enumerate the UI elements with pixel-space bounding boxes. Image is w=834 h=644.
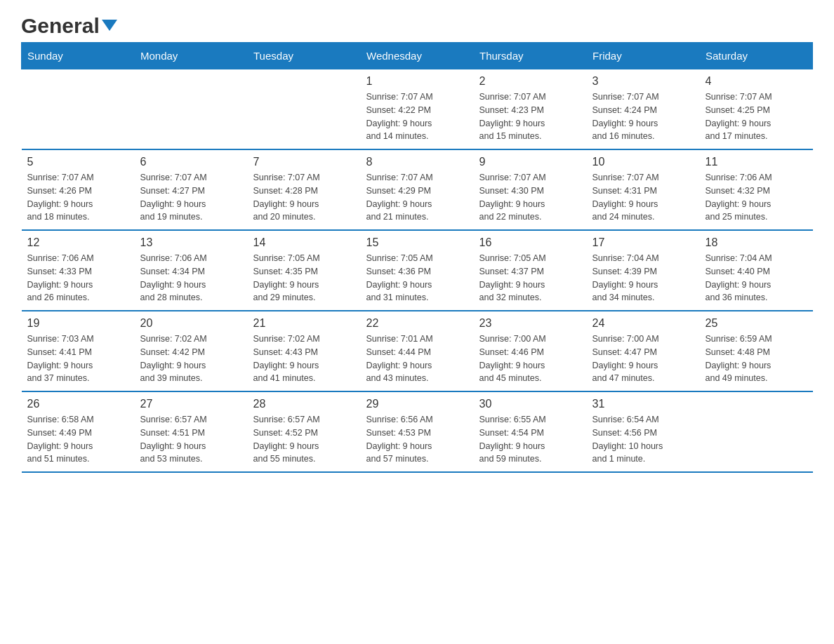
day-number: 10 (593, 156, 694, 168)
day-info: Sunrise: 7:07 AMSunset: 4:22 PMDaylight:… (366, 90, 468, 143)
day-info: Sunrise: 7:07 AMSunset: 4:23 PMDaylight:… (479, 90, 581, 143)
day-number: 11 (706, 156, 807, 168)
calendar-cell: 1Sunrise: 7:07 AMSunset: 4:22 PMDaylight… (361, 69, 474, 150)
day-info: Sunrise: 7:07 AMSunset: 4:28 PMDaylight:… (253, 171, 355, 224)
day-number: 9 (479, 156, 581, 168)
calendar-cell: 5Sunrise: 7:07 AMSunset: 4:26 PMDaylight… (22, 149, 135, 230)
day-info: Sunrise: 6:57 AMSunset: 4:52 PMDaylight:… (253, 413, 355, 466)
day-info: Sunrise: 7:06 AMSunset: 4:33 PMDaylight:… (27, 252, 129, 304)
calendar-header: SundayMondayTuesdayWednesdayThursdayFrid… (22, 43, 813, 69)
day-number: 8 (366, 156, 468, 168)
calendar-cell: 11Sunrise: 7:06 AMSunset: 4:32 PMDayligh… (700, 149, 813, 230)
day-info: Sunrise: 7:02 AMSunset: 4:42 PMDaylight:… (140, 333, 242, 385)
logo-general-text: General (21, 14, 100, 38)
logo-line1: General (21, 14, 117, 38)
day-number: 1 (366, 75, 468, 88)
calendar-week-4: 19Sunrise: 7:03 AMSunset: 4:41 PMDayligh… (22, 311, 813, 391)
day-number: 16 (479, 236, 581, 249)
day-header-row: SundayMondayTuesdayWednesdayThursdayFrid… (22, 43, 813, 69)
day-number: 31 (593, 398, 694, 410)
calendar-cell (700, 391, 813, 472)
calendar-cell: 27Sunrise: 6:57 AMSunset: 4:51 PMDayligh… (135, 391, 248, 472)
day-info: Sunrise: 7:04 AMSunset: 4:40 PMDaylight:… (706, 252, 807, 304)
calendar-cell: 16Sunrise: 7:05 AMSunset: 4:37 PMDayligh… (474, 230, 587, 311)
day-info: Sunrise: 6:54 AMSunset: 4:56 PMDaylight:… (593, 413, 694, 466)
day-info: Sunrise: 6:56 AMSunset: 4:53 PMDaylight:… (366, 413, 468, 466)
calendar-cell: 8Sunrise: 7:07 AMSunset: 4:29 PMDaylight… (361, 149, 474, 230)
day-number: 18 (706, 236, 807, 249)
day-info: Sunrise: 6:55 AMSunset: 4:54 PMDaylight:… (479, 413, 581, 466)
calendar-week-2: 5Sunrise: 7:07 AMSunset: 4:26 PMDaylight… (22, 149, 813, 230)
day-info: Sunrise: 6:59 AMSunset: 4:48 PMDaylight:… (706, 333, 807, 385)
day-number: 5 (27, 156, 129, 168)
day-number: 27 (140, 398, 242, 410)
day-number: 15 (366, 236, 468, 249)
day-info: Sunrise: 7:06 AMSunset: 4:34 PMDaylight:… (140, 252, 242, 304)
calendar-cell: 26Sunrise: 6:58 AMSunset: 4:49 PMDayligh… (22, 391, 135, 472)
day-number: 6 (140, 156, 242, 168)
day-info: Sunrise: 7:07 AMSunset: 4:27 PMDaylight:… (140, 171, 242, 224)
day-info: Sunrise: 7:07 AMSunset: 4:30 PMDaylight:… (479, 171, 581, 224)
day-header-thursday: Thursday (474, 43, 587, 69)
calendar-cell: 21Sunrise: 7:02 AMSunset: 4:43 PMDayligh… (248, 311, 361, 391)
calendar-cell: 22Sunrise: 7:01 AMSunset: 4:44 PMDayligh… (361, 311, 474, 391)
day-number: 12 (27, 236, 129, 249)
calendar-cell: 4Sunrise: 7:07 AMSunset: 4:25 PMDaylight… (700, 69, 813, 150)
logo-triangle-icon (102, 20, 117, 31)
day-number: 14 (253, 236, 355, 249)
calendar-cell: 18Sunrise: 7:04 AMSunset: 4:40 PMDayligh… (700, 230, 813, 311)
logo: General (21, 14, 117, 35)
day-info: Sunrise: 7:07 AMSunset: 4:29 PMDaylight:… (366, 171, 468, 224)
calendar-cell: 17Sunrise: 7:04 AMSunset: 4:39 PMDayligh… (587, 230, 700, 311)
calendar-cell: 20Sunrise: 7:02 AMSunset: 4:42 PMDayligh… (135, 311, 248, 391)
calendar-cell: 3Sunrise: 7:07 AMSunset: 4:24 PMDaylight… (587, 69, 700, 150)
day-info: Sunrise: 7:05 AMSunset: 4:35 PMDaylight:… (253, 252, 355, 304)
day-info: Sunrise: 7:04 AMSunset: 4:39 PMDaylight:… (593, 252, 694, 304)
day-number: 19 (27, 317, 129, 330)
day-number: 24 (593, 317, 694, 330)
page-header: General (21, 14, 813, 35)
calendar-cell: 24Sunrise: 7:00 AMSunset: 4:47 PMDayligh… (587, 311, 700, 391)
day-number: 30 (479, 398, 581, 410)
calendar-cell: 29Sunrise: 6:56 AMSunset: 4:53 PMDayligh… (361, 391, 474, 472)
calendar-cell: 2Sunrise: 7:07 AMSunset: 4:23 PMDaylight… (474, 69, 587, 150)
day-info: Sunrise: 7:03 AMSunset: 4:41 PMDaylight:… (27, 333, 129, 385)
day-info: Sunrise: 7:00 AMSunset: 4:47 PMDaylight:… (593, 333, 694, 385)
calendar-cell (248, 69, 361, 150)
calendar-cell: 6Sunrise: 7:07 AMSunset: 4:27 PMDaylight… (135, 149, 248, 230)
calendar-week-1: 1Sunrise: 7:07 AMSunset: 4:22 PMDaylight… (22, 69, 813, 150)
calendar-week-5: 26Sunrise: 6:58 AMSunset: 4:49 PMDayligh… (22, 391, 813, 472)
day-info: Sunrise: 6:58 AMSunset: 4:49 PMDaylight:… (27, 413, 129, 466)
calendar-cell (22, 69, 135, 150)
calendar-cell: 13Sunrise: 7:06 AMSunset: 4:34 PMDayligh… (135, 230, 248, 311)
calendar-cell (135, 69, 248, 150)
day-info: Sunrise: 7:01 AMSunset: 4:44 PMDaylight:… (366, 333, 468, 385)
day-header-saturday: Saturday (700, 43, 813, 69)
day-number: 28 (253, 398, 355, 410)
calendar-cell: 12Sunrise: 7:06 AMSunset: 4:33 PMDayligh… (22, 230, 135, 311)
day-info: Sunrise: 7:07 AMSunset: 4:24 PMDaylight:… (593, 90, 694, 143)
calendar-cell: 10Sunrise: 7:07 AMSunset: 4:31 PMDayligh… (587, 149, 700, 230)
calendar-cell: 7Sunrise: 7:07 AMSunset: 4:28 PMDaylight… (248, 149, 361, 230)
day-number: 3 (593, 75, 694, 88)
day-header-wednesday: Wednesday (361, 43, 474, 69)
calendar-cell: 23Sunrise: 7:00 AMSunset: 4:46 PMDayligh… (474, 311, 587, 391)
calendar-cell: 28Sunrise: 6:57 AMSunset: 4:52 PMDayligh… (248, 391, 361, 472)
calendar-cell: 14Sunrise: 7:05 AMSunset: 4:35 PMDayligh… (248, 230, 361, 311)
day-number: 26 (27, 398, 129, 410)
day-header-sunday: Sunday (22, 43, 135, 69)
calendar-body: 1Sunrise: 7:07 AMSunset: 4:22 PMDaylight… (22, 69, 813, 473)
day-info: Sunrise: 7:00 AMSunset: 4:46 PMDaylight:… (479, 333, 581, 385)
day-number: 17 (593, 236, 694, 249)
day-info: Sunrise: 7:07 AMSunset: 4:26 PMDaylight:… (27, 171, 129, 224)
day-number: 25 (706, 317, 807, 330)
day-info: Sunrise: 7:07 AMSunset: 4:25 PMDaylight:… (706, 90, 807, 143)
calendar-cell: 9Sunrise: 7:07 AMSunset: 4:30 PMDaylight… (474, 149, 587, 230)
calendar-cell: 15Sunrise: 7:05 AMSunset: 4:36 PMDayligh… (361, 230, 474, 311)
day-info: Sunrise: 7:02 AMSunset: 4:43 PMDaylight:… (253, 333, 355, 385)
day-info: Sunrise: 7:07 AMSunset: 4:31 PMDaylight:… (593, 171, 694, 224)
day-info: Sunrise: 6:57 AMSunset: 4:51 PMDaylight:… (140, 413, 242, 466)
day-number: 22 (366, 317, 468, 330)
day-number: 13 (140, 236, 242, 249)
day-header-monday: Monday (135, 43, 248, 69)
